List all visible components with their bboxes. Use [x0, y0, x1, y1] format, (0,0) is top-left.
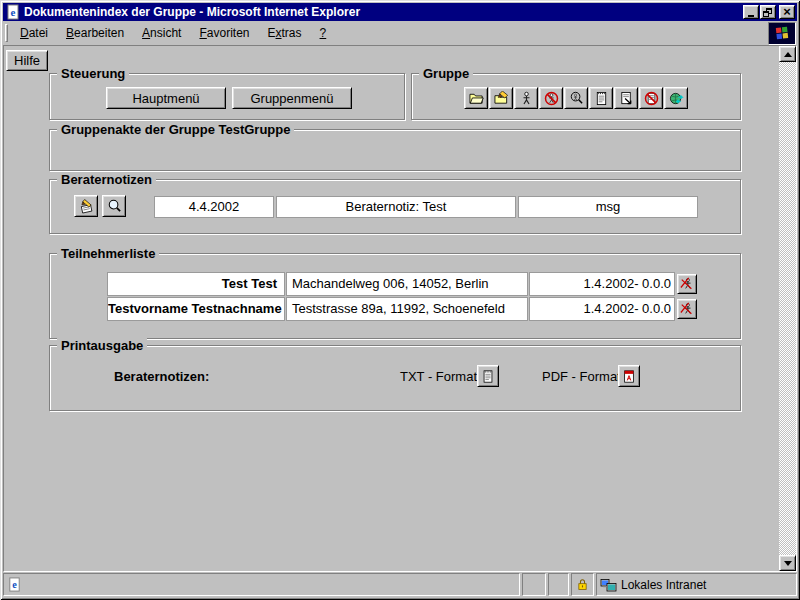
scroll-down-button[interactable] [779, 555, 796, 571]
intranet-zone-icon [600, 577, 617, 593]
menu-item-ansicht[interactable]: Ansicht [133, 22, 190, 44]
menu-bar: Datei Bearbeiten Ansicht Favoriten Extra… [3, 21, 797, 45]
internet-explorer-page-icon: e [5, 4, 21, 20]
steuerung-legend: Steuerung [57, 66, 129, 81]
close-icon: × [783, 7, 791, 17]
printausgabe-legend: Printausgabe [57, 338, 147, 353]
person-button[interactable] [514, 87, 538, 109]
open-folder-button[interactable] [464, 87, 488, 109]
help-button[interactable]: Hilfe [6, 50, 48, 71]
scroll-up-button[interactable] [779, 46, 796, 62]
lock-icon [576, 577, 589, 592]
gruppenakte-legend: Gruppenakte der Gruppe TestGruppe [57, 122, 294, 137]
search-person-button[interactable] [564, 87, 588, 109]
minimize-button[interactable] [743, 5, 759, 19]
window-title: Dokumentenindex der Gruppe - Microsoft I… [24, 5, 742, 19]
arrow-up-icon [784, 52, 792, 57]
forward-note-icon [618, 91, 635, 106]
gruppenmenu-button[interactable]: Gruppenmenü [232, 87, 352, 109]
remove-participant-button[interactable] [677, 274, 697, 294]
note-button[interactable] [589, 87, 613, 109]
note-type-cell: msg [518, 196, 698, 218]
participant-name-cell: Testvorname Testnachname [107, 297, 285, 321]
search-person-icon [568, 91, 585, 106]
menu-item-extras[interactable]: Extras [259, 22, 311, 44]
gruppe-legend: Gruppe [419, 66, 473, 81]
person-icon [518, 91, 535, 106]
teilnehmerliste-groupbox: Teilnehmerliste Test Test Machandelweg 0… [49, 253, 741, 339]
status-main-pane: e [3, 573, 520, 596]
pdf-format-button[interactable] [618, 365, 640, 387]
menu-item-datei[interactable]: Datei [11, 22, 57, 44]
zone-label: Lokales Intranet [621, 578, 706, 592]
txt-format-label: TXT - Format [400, 369, 477, 384]
remove-person-icon [543, 91, 560, 106]
delete-note-icon [643, 91, 660, 106]
menu-items: Datei Bearbeiten Ansicht Favoriten Extra… [11, 22, 768, 44]
vertical-scrollbar[interactable] [779, 46, 796, 571]
internet-globe-button[interactable] [664, 87, 688, 109]
ie-throbber [768, 22, 796, 45]
restore-icon [763, 8, 773, 17]
edit-note-button[interactable] [74, 195, 98, 217]
browser-viewport: Hilfe Steuerung Hauptmenü Gruppenmenü Gr… [3, 45, 797, 572]
remove-participant-icon [680, 277, 694, 291]
remove-person-button[interactable] [539, 87, 563, 109]
view-note-button[interactable] [102, 195, 126, 217]
participant-address-cell: Machandelweg 006, 14052, Berlin [286, 272, 528, 296]
menu-item-bearbeiten[interactable]: Bearbeiten [57, 22, 133, 44]
pdf-document-icon [622, 369, 636, 384]
svg-text:e: e [11, 6, 16, 18]
edit-folder-button[interactable] [489, 87, 513, 109]
status-zone-pane: Lokales Intranet [596, 573, 797, 596]
pdf-format-label: PDF - Format [542, 369, 621, 384]
status-bar: e Lokales Intranet [3, 573, 797, 596]
beraternotizen-groupbox: Beraternotizen [49, 179, 741, 234]
txt-document-icon [481, 369, 495, 384]
page-content: Hilfe Steuerung Hauptmenü Gruppenmenü Gr… [4, 46, 779, 571]
menu-item-favoriten[interactable]: Favoriten [190, 22, 258, 44]
beraternotizen-legend: Beraternotizen [57, 172, 156, 187]
note-title-cell: Beraternotiz: Test [276, 196, 516, 218]
delete-note-button[interactable] [639, 87, 663, 109]
txt-format-button[interactable] [477, 365, 499, 387]
participant-date-cell: 1.4.2002- 0.0.0 [529, 297, 675, 321]
participant-name-cell: Test Test [107, 272, 285, 296]
windows-logo-icon [772, 24, 792, 42]
status-empty-pane [548, 573, 569, 596]
title-bar: e Dokumentenindex der Gruppe - Microsoft… [3, 3, 797, 21]
gruppe-toolbar [464, 87, 689, 109]
menu-item-help[interactable]: ? [311, 22, 336, 44]
minimize-icon [748, 15, 754, 17]
participant-date-cell: 1.4.2002- 0.0.0 [529, 272, 675, 296]
internet-globe-icon [668, 91, 685, 106]
note-date-cell: 4.4.2002 [154, 196, 274, 218]
printausgabe-label: Beraternotizen: [114, 369, 209, 384]
printausgabe-groupbox: Printausgabe Beraternotizen: TXT - Forma… [49, 345, 741, 411]
browser-window: e Dokumentenindex der Gruppe - Microsoft… [0, 0, 800, 600]
status-security-pane [571, 573, 594, 596]
restore-button[interactable] [760, 5, 776, 19]
forward-note-button[interactable] [614, 87, 638, 109]
close-button[interactable]: × [779, 5, 795, 19]
open-folder-icon [468, 91, 485, 106]
menu-grip[interactable] [5, 24, 8, 42]
gruppe-groupbox: Gruppe [411, 73, 741, 120]
magnifier-icon [106, 199, 123, 214]
edit-folder-icon [493, 91, 510, 106]
remove-participant-button[interactable] [677, 299, 697, 319]
remove-participant-icon [680, 302, 694, 316]
hauptmenu-button[interactable]: Hauptmenü [106, 87, 226, 109]
steuerung-groupbox: Steuerung Hauptmenü Gruppenmenü [49, 73, 405, 120]
status-empty-pane [522, 573, 546, 596]
svg-text:e: e [12, 579, 17, 590]
arrow-down-icon [784, 561, 792, 566]
edit-note-icon [78, 199, 95, 214]
teilnehmerliste-legend: Teilnehmerliste [57, 246, 159, 261]
participant-address-cell: Teststrasse 89a, 11992, Schoenefeld [286, 297, 528, 321]
ie-document-icon: e [7, 577, 22, 592]
note-icon [593, 91, 610, 106]
gruppenakte-groupbox: Gruppenakte der Gruppe TestGruppe [49, 129, 741, 171]
